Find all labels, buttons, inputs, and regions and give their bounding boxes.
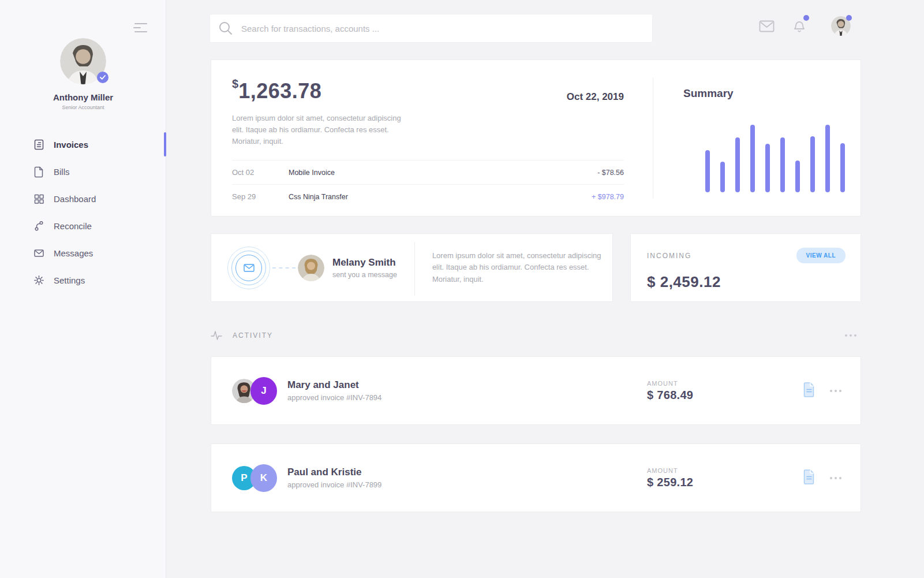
activity-row[interactable]: J Mary and Janet approved invoice #INV-7… xyxy=(211,356,861,425)
letter-avatar: K xyxy=(250,464,277,492)
row-options-button[interactable] xyxy=(830,477,841,479)
file-icon xyxy=(803,469,815,484)
dashboard-icon xyxy=(33,193,45,205)
sidebar-item-label: Invoices xyxy=(54,140,88,150)
sidebar-item-settings[interactable]: Settings xyxy=(0,267,166,294)
activity-subtitle: approved invoice #INV-7899 xyxy=(287,480,381,489)
file-icon xyxy=(803,382,815,397)
summary-chart xyxy=(705,125,845,192)
main-content: $1,263.78 Oct 22, 2019 Lorem ipsum dolor… xyxy=(167,0,924,578)
profile-menu-button[interactable] xyxy=(831,16,851,36)
notification-dot xyxy=(803,15,809,21)
amount-label: AMOUNT xyxy=(647,467,693,474)
bell-icon xyxy=(793,18,806,33)
sidebar-item-dashboard[interactable]: Dashboard xyxy=(0,185,166,212)
balance-description: Lorem ipsum dolor sit amet, consectetur … xyxy=(232,113,411,147)
sidebar: Anthony Miller Senior Accountant Invoice… xyxy=(0,0,166,578)
avatar xyxy=(298,255,324,281)
transaction-row[interactable]: Sep 29 Css Ninja Transfer + $978.79 xyxy=(232,184,624,208)
sidebar-nav: Invoices Bills Dashboard Reco xyxy=(0,131,166,294)
summary-bar xyxy=(720,162,725,192)
summary-bar xyxy=(705,150,710,192)
notification-dot xyxy=(846,15,852,21)
divider xyxy=(414,242,415,296)
currency-symbol: $ xyxy=(232,77,238,90)
activity-row[interactable]: P K Paul and Kristie approved invoice #I… xyxy=(211,443,861,512)
summary-bar xyxy=(825,125,830,192)
invoice-file-button[interactable] xyxy=(803,382,815,400)
message-subtitle: sent you a message xyxy=(332,271,397,279)
activity-header: ACTIVITY xyxy=(211,328,861,343)
header-icons xyxy=(759,16,851,36)
menu-toggle-icon[interactable] xyxy=(133,23,147,32)
amount-label: AMOUNT xyxy=(647,380,693,387)
summary-bar xyxy=(780,137,785,192)
search-input[interactable] xyxy=(241,24,644,33)
message-preview: Lorem ipsum dolor sit amet, consectetur … xyxy=(432,250,612,285)
transaction-date: Sep 29 xyxy=(232,192,289,201)
sidebar-item-label: Dashboard xyxy=(54,194,96,204)
transaction-row[interactable]: Oct 02 Mobile Invoice - $78.56 xyxy=(232,160,624,184)
sidebar-item-messages[interactable]: Messages xyxy=(0,240,166,267)
sidebar-item-bills[interactable]: Bills xyxy=(0,158,166,185)
sidebar-item-label: Messages xyxy=(54,248,93,258)
mail-button[interactable] xyxy=(759,20,775,32)
amount-value: $ 768.49 xyxy=(647,389,693,402)
mail-icon xyxy=(759,20,775,32)
invoice-file-button[interactable] xyxy=(803,469,815,487)
mail-ripple-icon xyxy=(227,247,270,289)
row-options-button[interactable] xyxy=(830,390,841,392)
transaction-name: Mobile Invoice xyxy=(289,169,597,177)
summary-bar xyxy=(765,144,770,192)
incoming-card: INCOMING VIEW ALL $ 2,459.12 xyxy=(630,233,861,302)
summary-section: Summary xyxy=(653,77,861,199)
amount-value: $ 259.12 xyxy=(647,476,693,489)
sidebar-item-reconcile[interactable]: Reconcile xyxy=(0,212,166,240)
transaction-amount: - $78.56 xyxy=(597,169,624,177)
summary-bar xyxy=(735,137,740,192)
search-icon xyxy=(218,21,233,36)
reconcile-icon xyxy=(33,220,45,232)
summary-bar xyxy=(795,161,800,192)
activity-pulse-icon xyxy=(211,330,222,341)
view-all-button[interactable]: VIEW ALL xyxy=(796,248,846,263)
balance-amount: $1,263.78 xyxy=(232,77,321,103)
message-card[interactable]: Melany Smith sent you a message Lorem ip… xyxy=(211,233,613,302)
sidebar-item-invoices[interactable]: Invoices xyxy=(0,131,166,158)
incoming-amount: $ 2,459.12 xyxy=(647,273,846,291)
notifications-button[interactable] xyxy=(793,18,806,33)
avatar-group: P K xyxy=(232,464,277,492)
activity-label: ACTIVITY xyxy=(233,331,273,340)
activity-title: Paul and Kristie xyxy=(287,467,381,478)
summary-bar xyxy=(840,143,845,192)
transactions-table: Oct 02 Mobile Invoice - $78.56 Sep 29 Cs… xyxy=(232,160,624,208)
avatar-group: J xyxy=(232,377,277,405)
sidebar-item-label: Reconcile xyxy=(54,221,92,231)
letter-avatar: J xyxy=(250,377,277,405)
messages-icon xyxy=(33,247,45,259)
balance-details: $1,263.78 Oct 22, 2019 Lorem ipsum dolor… xyxy=(211,60,653,217)
activity-title: Mary and Janet xyxy=(287,379,381,391)
transaction-amount: + $978.79 xyxy=(592,193,624,201)
activity-subtitle: approved invoice #INV-7894 xyxy=(287,393,381,402)
search-bar xyxy=(210,14,653,43)
invoice-icon xyxy=(33,139,45,151)
activity-options-button[interactable] xyxy=(845,334,856,337)
transaction-date: Oct 02 xyxy=(232,168,289,177)
page: { "colors": { "accent_purple": "#8184ee"… xyxy=(0,0,924,578)
profile: Anthony Miller Senior Accountant xyxy=(0,38,166,110)
bill-icon xyxy=(33,166,45,178)
transaction-name: Css Ninja Transfer xyxy=(289,193,592,201)
balance-date: Oct 22, 2019 xyxy=(567,91,624,103)
summary-bar xyxy=(750,125,755,192)
check-icon xyxy=(100,75,106,80)
summary-title: Summary xyxy=(683,87,861,100)
dashed-connector xyxy=(272,267,295,269)
verified-badge xyxy=(97,72,109,83)
profile-role: Senior Accountant xyxy=(0,105,166,110)
balance-card: $1,263.78 Oct 22, 2019 Lorem ipsum dolor… xyxy=(211,59,861,217)
mail-icon xyxy=(244,264,255,272)
sidebar-item-label: Bills xyxy=(54,167,70,177)
message-sender-name: Melany Smith xyxy=(332,257,397,269)
profile-name: Anthony Miller xyxy=(0,92,166,102)
